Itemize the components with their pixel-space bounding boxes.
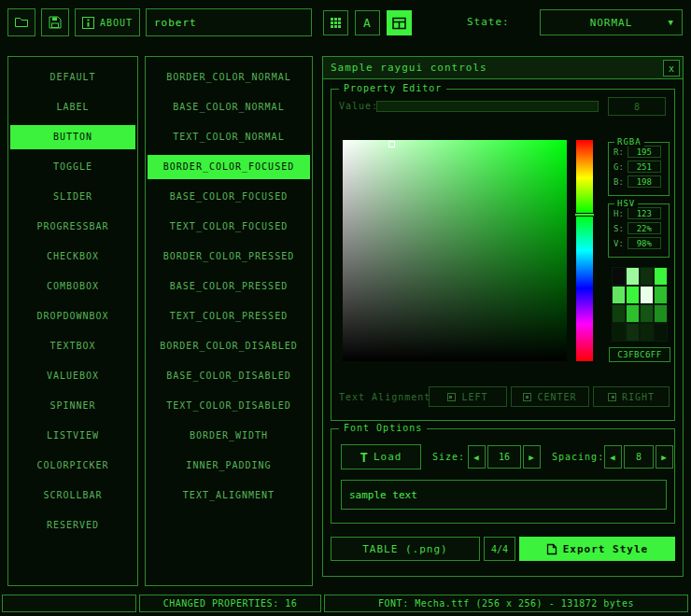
load-style-button[interactable] [7, 8, 35, 36]
export-format-dropdown[interactable]: TABLE (.png) [331, 537, 480, 561]
arrow-right-icon: ▶ [529, 453, 534, 462]
palette-swatch[interactable] [640, 323, 654, 342]
palette-swatch[interactable] [654, 304, 668, 323]
control-item-slider[interactable]: SLIDER [8, 182, 137, 212]
font-options-title: Font Options [339, 423, 427, 433]
control-item-textbox[interactable]: TEXTBOX [8, 331, 137, 361]
control-item-valuebox[interactable]: VALUEBOX [8, 361, 137, 391]
style-table-view-button[interactable] [387, 10, 412, 35]
load-font-label: Load [374, 451, 402, 463]
control-item-dropdownbox[interactable]: DROPDOWNBOX [8, 301, 137, 331]
palette-swatch[interactable] [612, 304, 626, 323]
align-left-button[interactable]: LEFT [429, 386, 507, 407]
property-item-border_color_focused[interactable]: BORDER_COLOR_FOCUSED [148, 155, 310, 179]
spacing-label: Spacing: [552, 452, 604, 462]
palette-swatch[interactable] [612, 286, 626, 304]
spacing-decrease-button[interactable]: ◀ [604, 445, 622, 469]
palette-swatch[interactable] [640, 286, 654, 304]
control-item-combobox[interactable]: COMBOBOX [8, 272, 137, 301]
size-decrease-button[interactable]: ◀ [468, 445, 486, 469]
sample-text-input[interactable]: sample text [341, 480, 667, 510]
close-icon[interactable]: x [663, 60, 680, 77]
control-item-spinner[interactable]: SPINNER [8, 391, 137, 421]
value-box[interactable]: 8 [608, 97, 666, 116]
palette-swatch[interactable] [654, 323, 668, 342]
property-item-border_color_disabled[interactable]: BORDER_COLOR_DISABLED [146, 331, 312, 361]
hex-color-input[interactable]: C3FBC6FF [609, 347, 670, 362]
spacing-value-box[interactable]: 8 [624, 445, 654, 469]
properties-list: BORDER_COLOR_NORMALBASE_COLOR_NORMALTEXT… [145, 56, 313, 586]
align-center-label: CENTER [537, 392, 576, 402]
size-increase-button[interactable]: ▶ [523, 445, 541, 469]
export-icon [546, 543, 557, 555]
control-item-listview[interactable]: LISTVIEW [8, 421, 137, 451]
controls-list: DEFAULTLABELBUTTONTOGGLESLIDERPROGRESSBA… [7, 56, 138, 586]
h-label: H: [613, 209, 624, 218]
property-item-border_color_pressed[interactable]: BORDER_COLOR_PRESSED [146, 242, 312, 272]
property-item-border_color_normal[interactable]: BORDER_COLOR_NORMAL [146, 63, 312, 92]
property-item-inner_padding[interactable]: INNER_PADDING [146, 451, 312, 481]
style-color-palette [612, 267, 668, 342]
export-style-label: Export Style [563, 543, 648, 555]
property-item-text_color_normal[interactable]: TEXT_COLOR_NORMAL [146, 122, 312, 152]
palette-swatch[interactable] [640, 267, 654, 286]
info-icon [82, 17, 94, 29]
palette-swatch[interactable] [640, 304, 654, 323]
about-button[interactable]: ABOUT [75, 8, 140, 36]
palette-swatch[interactable] [626, 267, 640, 286]
rgba-group: RGBA R:195 G:251 B:198 [608, 142, 670, 196]
spacing-increase-button[interactable]: ▶ [656, 445, 673, 469]
window-titlebar[interactable]: Sample raygui controls x [323, 57, 683, 79]
property-item-text_color_pressed[interactable]: TEXT_COLOR_PRESSED [146, 301, 312, 331]
colorpicker-area[interactable] [343, 140, 567, 361]
export-format-value: TABLE (.png) [362, 543, 447, 555]
property-editor-title: Property Editor [339, 83, 446, 93]
control-item-button[interactable]: BUTTON [10, 125, 135, 149]
palette-swatch[interactable] [654, 286, 668, 304]
style-name-input[interactable] [146, 8, 312, 36]
load-font-button[interactable]: T Load [341, 444, 421, 469]
property-item-text_color_disabled[interactable]: TEXT_COLOR_DISABLED [146, 391, 312, 421]
palette-swatch[interactable] [612, 267, 626, 286]
control-item-checkbox[interactable]: CHECKBOX [8, 242, 137, 272]
r-value: 195 [628, 146, 661, 158]
align-center-button[interactable]: CENTER [511, 386, 589, 407]
size-value-box[interactable]: 16 [487, 445, 521, 469]
palette-swatch[interactable] [654, 267, 668, 286]
hue-bar[interactable] [576, 140, 593, 361]
control-item-progressbar[interactable]: PROGRESSBAR [8, 212, 137, 242]
property-item-base_color_pressed[interactable]: BASE_COLOR_PRESSED [146, 272, 312, 301]
property-item-text_color_focused[interactable]: TEXT_COLOR_FOCUSED [146, 212, 312, 242]
arrow-left-icon: ◀ [473, 453, 479, 462]
save-style-button[interactable] [41, 8, 69, 36]
v-label: V: [613, 239, 624, 248]
export-style-button[interactable]: Export Style [519, 537, 675, 561]
property-item-text_alignment[interactable]: TEXT_ALIGNMENT [146, 481, 312, 511]
palette-swatch[interactable] [626, 323, 640, 342]
g-value: 251 [628, 161, 661, 173]
state-dropdown[interactable]: NORMAL ▼ [540, 9, 683, 35]
s-value: 22% [628, 222, 661, 234]
control-item-scrollbar[interactable]: SCROLLBAR [8, 481, 137, 511]
style-page-box[interactable]: 4/4 [484, 537, 515, 561]
palette-swatch[interactable] [626, 286, 640, 304]
grid-view-button[interactable] [323, 10, 348, 35]
align-right-button[interactable]: RIGHT [593, 386, 670, 407]
control-item-toggle[interactable]: TOGGLE [8, 152, 137, 182]
hue-cursor[interactable] [574, 213, 595, 217]
control-item-colorpicker[interactable]: COLORPICKER [8, 451, 137, 481]
property-item-base_color_disabled[interactable]: BASE_COLOR_DISABLED [146, 361, 312, 391]
property-item-base_color_focused[interactable]: BASE_COLOR_FOCUSED [146, 182, 312, 212]
property-item-base_color_normal[interactable]: BASE_COLOR_NORMAL [146, 92, 312, 122]
control-item-default[interactable]: DEFAULT [8, 63, 137, 92]
control-item-reserved[interactable]: RESERVED [8, 511, 137, 540]
control-item-label[interactable]: LABEL [8, 92, 137, 122]
colorpicker-cursor[interactable] [388, 141, 395, 147]
value-slider[interactable] [376, 101, 599, 112]
palette-swatch[interactable] [626, 304, 640, 323]
size-label: Size: [432, 452, 465, 462]
grid-icon [330, 17, 342, 29]
font-test-button[interactable]: A [355, 10, 380, 35]
property-item-border_width[interactable]: BORDER_WIDTH [146, 421, 312, 451]
palette-swatch[interactable] [612, 323, 626, 342]
